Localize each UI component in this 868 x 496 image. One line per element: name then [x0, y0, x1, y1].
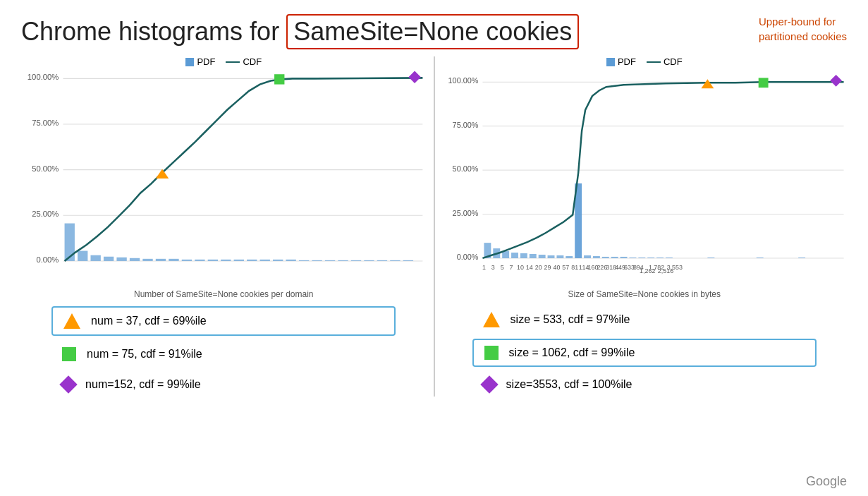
- svg-rect-73: [798, 258, 805, 258]
- left-data-row-3: num=152, cdf = 99%ile: [51, 373, 396, 397]
- left-data-row-2: num = 75, cdf = 91%ile: [51, 341, 396, 367]
- svg-rect-31: [338, 260, 348, 261]
- svg-text:0.00%: 0.00%: [36, 255, 59, 264]
- pdf-icon: [185, 58, 194, 66]
- svg-rect-64: [611, 257, 618, 258]
- svg-rect-67: [638, 258, 645, 258]
- right-data-row-1: size = 533, cdf = 97%ile: [472, 306, 817, 333]
- svg-rect-10: [65, 224, 75, 261]
- svg-marker-74: [701, 79, 714, 88]
- svg-rect-22: [221, 260, 231, 261]
- page: Chrome histograms for SameSite=None cook…: [0, 0, 868, 496]
- svg-rect-29: [312, 260, 322, 261]
- svg-rect-15: [130, 258, 140, 261]
- svg-rect-71: [707, 258, 714, 258]
- svg-rect-32: [351, 260, 361, 261]
- svg-rect-20: [195, 260, 204, 261]
- svg-rect-35: [390, 260, 400, 261]
- title-highlight: SameSite=None cookies: [286, 14, 579, 49]
- left-chart: 100.00% 75.00% 50.00% 25.00% 0.00%: [21, 71, 427, 289]
- svg-text:10: 10: [516, 264, 523, 271]
- triangle-orange-icon-2: [483, 312, 500, 327]
- right-chart-section: PDF CDF 100.00% 75.00% 50.00% 25.00% 0.0…: [442, 56, 848, 397]
- right-data-row-3: size=3553, cdf = 100%ile: [472, 373, 817, 397]
- right-legend: PDF CDF: [606, 56, 683, 67]
- left-data-boxes: num = 37, cdf = 69%ile num = 75, cdf = 9…: [51, 306, 396, 397]
- charts-row: PDF CDF 100.00% 75.00% 50.00% 25.00% 0.0…: [21, 56, 847, 397]
- square-green-icon-2: [484, 346, 499, 360]
- svg-text:75.00%: 75.00%: [452, 121, 478, 129]
- svg-rect-76: [830, 75, 842, 87]
- left-legend-cdf: CDF: [226, 56, 262, 67]
- svg-rect-24: [247, 260, 257, 261]
- svg-marker-37: [156, 169, 169, 179]
- svg-rect-59: [566, 256, 573, 258]
- svg-text:25.00%: 25.00%: [32, 210, 59, 218]
- svg-rect-38: [274, 74, 284, 84]
- svg-text:81: 81: [571, 264, 578, 271]
- svg-text:25.00%: 25.00%: [452, 209, 478, 217]
- svg-rect-21: [208, 260, 218, 261]
- svg-text:40: 40: [553, 264, 560, 271]
- svg-rect-75: [758, 78, 768, 87]
- right-chart-subtitle: Size of SameSite=None cookies in bytes: [568, 289, 721, 299]
- svg-rect-14: [116, 258, 126, 261]
- svg-rect-26: [273, 260, 283, 261]
- svg-rect-11: [78, 251, 87, 261]
- right-data-row-2: size = 1062, cdf = 99%ile: [472, 339, 817, 367]
- square-green-icon-1: [62, 347, 76, 361]
- svg-text:1: 1: [482, 264, 485, 271]
- svg-rect-33: [364, 260, 374, 261]
- svg-rect-12: [90, 255, 100, 261]
- title-prefix: Chrome histograms for: [21, 17, 279, 47]
- svg-rect-61: [584, 255, 591, 258]
- right-legend-pdf: PDF: [606, 56, 636, 67]
- right-chart: 100.00% 75.00% 50.00% 25.00% 0.00%: [442, 71, 848, 289]
- svg-rect-69: [656, 258, 664, 258]
- triangle-orange-icon-1: [63, 313, 80, 329]
- svg-text:5: 5: [500, 264, 503, 271]
- svg-rect-25: [260, 260, 270, 261]
- svg-text:20: 20: [534, 264, 542, 271]
- svg-rect-23: [234, 260, 244, 261]
- cdf-line-icon: [226, 61, 240, 63]
- chart-divider: [434, 56, 435, 397]
- diamond-purple-icon-1: [59, 375, 77, 393]
- svg-rect-58: [556, 255, 563, 258]
- svg-text:3,553: 3,553: [666, 264, 682, 271]
- svg-rect-39: [408, 71, 420, 83]
- svg-rect-27: [286, 260, 295, 261]
- svg-rect-66: [629, 258, 636, 258]
- google-logo: Google: [806, 474, 847, 489]
- right-chart-svg: 100.00% 75.00% 50.00% 25.00% 0.00%: [442, 71, 848, 289]
- svg-rect-65: [620, 257, 627, 258]
- left-data-row-1: num = 37, cdf = 69%ile: [51, 306, 396, 336]
- svg-text:50.00%: 50.00%: [32, 164, 59, 173]
- left-legend: PDF CDF: [185, 56, 262, 67]
- left-chart-svg: 100.00% 75.00% 50.00% 25.00% 0.00%: [21, 71, 427, 289]
- svg-rect-18: [169, 259, 178, 261]
- svg-rect-36: [403, 260, 413, 261]
- svg-rect-72: [756, 258, 763, 258]
- left-legend-pdf: PDF: [185, 56, 215, 67]
- cdf-line-icon-r: [647, 61, 661, 63]
- svg-rect-70: [665, 258, 672, 258]
- svg-rect-68: [647, 258, 654, 258]
- svg-text:3: 3: [491, 264, 494, 271]
- svg-rect-53: [511, 253, 518, 258]
- svg-text:7: 7: [509, 264, 513, 271]
- svg-rect-57: [547, 255, 554, 258]
- svg-rect-34: [377, 260, 387, 261]
- svg-text:50.00%: 50.00%: [452, 164, 478, 173]
- svg-text:0.00%: 0.00%: [456, 253, 478, 261]
- left-chart-section: PDF CDF 100.00% 75.00% 50.00% 25.00% 0.0…: [21, 56, 427, 397]
- svg-text:75.00%: 75.00%: [32, 119, 59, 127]
- right-legend-cdf: CDF: [647, 56, 683, 67]
- diamond-purple-icon-2: [480, 375, 498, 393]
- svg-rect-19: [182, 260, 192, 261]
- svg-rect-13: [104, 257, 114, 261]
- svg-rect-56: [538, 255, 545, 258]
- svg-rect-63: [601, 257, 609, 258]
- svg-rect-30: [325, 260, 335, 261]
- svg-rect-54: [520, 253, 527, 258]
